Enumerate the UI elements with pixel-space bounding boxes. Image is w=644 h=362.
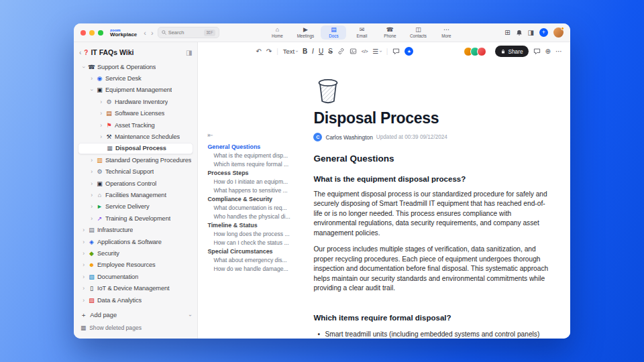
link-icon[interactable] xyxy=(337,48,345,55)
sidebar-item[interactable]: ›▧Documentation xyxy=(78,271,193,282)
share-button[interactable]: Share xyxy=(495,46,528,57)
chevron-icon[interactable]: › xyxy=(81,250,86,257)
toc-section[interactable]: Special Circumstances xyxy=(207,247,300,255)
sidebar-item[interactable]: ›◉Service Desk xyxy=(78,72,193,84)
comment-icon[interactable] xyxy=(392,48,400,55)
redo-icon[interactable]: ↷ xyxy=(266,48,272,55)
panel-toggle-icon[interactable]: ◨ xyxy=(528,29,534,36)
collaborator-avatar[interactable] xyxy=(477,47,486,56)
sidebar-item[interactable]: ›▣Operations Control xyxy=(78,178,193,189)
toc-section[interactable]: General Questions xyxy=(207,142,300,151)
sidebar-back-icon[interactable]: ‹ xyxy=(79,49,81,56)
undo-icon[interactable]: ↶ xyxy=(256,48,261,55)
toc-item[interactable]: How do I initiate an equipm... xyxy=(207,177,300,186)
sidebar-item[interactable]: ›▨Data & Analytics xyxy=(78,294,193,306)
toc-item[interactable]: How long does the process ... xyxy=(207,229,300,238)
page-emoji-trash-icon[interactable] xyxy=(313,75,553,105)
sidebar-item[interactable]: ›⚙Hardware Inventory xyxy=(78,96,193,107)
close-button[interactable] xyxy=(80,30,86,36)
sidebar-item[interactable]: ›▣Equipment Management xyxy=(78,84,193,96)
chevron-icon[interactable]: › xyxy=(81,274,86,280)
nav-home[interactable]: ⌂Home xyxy=(264,25,290,40)
chevron-icon[interactable]: › xyxy=(81,227,86,233)
globe-icon[interactable]: ⊕ xyxy=(545,48,551,55)
sidebar-item[interactable]: ›◈Applications & Software xyxy=(78,236,193,247)
nav-more[interactable]: ⋯More xyxy=(433,25,459,40)
more-options-icon[interactable]: ⋯ xyxy=(555,48,562,55)
forward-icon[interactable]: › xyxy=(151,29,154,37)
toc-item[interactable]: What is the equipment disp... xyxy=(207,151,300,160)
ai-companion-button[interactable]: ★ xyxy=(405,47,413,56)
sidebar-item[interactable]: ›►Service Delivery xyxy=(78,201,193,213)
chevron-icon[interactable]: › xyxy=(81,297,86,304)
toc-item[interactable]: What about emergency dis... xyxy=(207,255,300,264)
chevron-icon[interactable]: › xyxy=(99,122,103,129)
text-style-dropdown[interactable]: Text› xyxy=(283,48,298,55)
nav-meetings[interactable]: ▶Meetings xyxy=(292,25,318,40)
italic-button[interactable]: I xyxy=(312,48,314,55)
apps-grid-icon[interactable]: ⊞ xyxy=(504,29,510,36)
chevron-icon[interactable]: › xyxy=(89,157,94,164)
toc-item[interactable]: How do we handle damage... xyxy=(207,264,300,273)
chevron-icon[interactable]: › xyxy=(89,203,94,210)
search-input[interactable] xyxy=(168,29,197,36)
bold-button[interactable]: B xyxy=(303,48,307,55)
add-new-button[interactable]: + xyxy=(539,28,548,37)
chevron-icon[interactable]: › xyxy=(89,168,94,175)
add-page-button[interactable]: ＋ Add page › xyxy=(78,310,193,320)
sidebar-item[interactable]: ›▯IoT & Device Management xyxy=(78,282,193,294)
sidebar-item[interactable]: ›◆Security xyxy=(78,247,193,259)
image-icon[interactable] xyxy=(350,48,357,55)
chat-bubble-icon[interactable] xyxy=(533,48,541,55)
chevron-icon[interactable]: › xyxy=(81,261,86,268)
chevron-icon[interactable]: › xyxy=(99,133,103,140)
toc-section[interactable]: Timeline & Status xyxy=(207,221,300,229)
chevron-icon[interactable]: › xyxy=(89,215,94,222)
chevron-icon[interactable]: › xyxy=(89,88,95,93)
show-deleted-pages-button[interactable]: ▦ Show deleted pages xyxy=(78,322,193,333)
maximize-button[interactable] xyxy=(98,30,103,36)
sidebar-item[interactable]: ›⚙Technical Support xyxy=(78,166,193,178)
toc-section[interactable]: Compliance & Security xyxy=(207,194,300,203)
chevron-icon[interactable]: › xyxy=(81,239,86,245)
chevron-icon[interactable]: › xyxy=(80,64,87,69)
toc-item[interactable]: How can I check the status ... xyxy=(207,238,300,247)
sidebar-item[interactable]: ›☻Employee Resources xyxy=(78,259,193,271)
toc-item[interactable]: Who handles the physical di... xyxy=(207,212,300,221)
sidebar-item[interactable]: ›▤Infrastructure xyxy=(78,224,193,235)
toc-item[interactable]: What documentation is req... xyxy=(207,203,300,212)
list-format-dropdown[interactable]: ☰› xyxy=(372,48,382,55)
code-icon[interactable]: </> xyxy=(362,49,368,54)
sidebar-item[interactable]: ›⌂Facilities Management xyxy=(78,189,193,200)
chevron-icon[interactable]: › xyxy=(89,180,94,187)
chevron-icon[interactable]: › xyxy=(81,285,86,292)
chevron-icon[interactable]: › xyxy=(89,75,94,82)
sidebar-item[interactable]: ›▤Software Licenses xyxy=(78,108,193,119)
global-search[interactable]: ⌘F xyxy=(158,27,219,38)
nav-email[interactable]: ✉Email xyxy=(349,25,374,40)
underline-button[interactable]: U xyxy=(319,48,323,55)
user-avatar[interactable] xyxy=(553,27,564,38)
sidebar-item[interactable]: ›▥Standard Operating Procedures xyxy=(78,154,193,166)
back-icon[interactable]: ‹ xyxy=(144,29,146,37)
minimize-button[interactable] xyxy=(89,30,95,36)
chevron-icon[interactable]: › xyxy=(89,192,94,198)
sidebar-item[interactable]: ›⚒Maintenance Schedules xyxy=(78,131,193,142)
nav-phone[interactable]: ☎Phone xyxy=(377,25,402,40)
sidebar-item[interactable]: ›↗Training & Development xyxy=(78,213,193,224)
nav-docs[interactable]: ▤Docs xyxy=(321,25,346,40)
chevron-icon[interactable]: › xyxy=(99,110,103,117)
sidebar-collapse-icon[interactable]: ◨ xyxy=(186,49,192,56)
toc-section[interactable]: Process Steps xyxy=(207,168,300,177)
titlebar[interactable]: zoom Workplace ‹ › ⌘F ⌂Home▶Meetings▤Doc… xyxy=(74,23,570,42)
chevron-icon[interactable]: › xyxy=(99,99,103,105)
strikethrough-button[interactable]: S xyxy=(328,48,333,55)
notifications-bell-icon[interactable] xyxy=(516,29,523,36)
sidebar-item[interactable]: ›⚑Asset Tracking xyxy=(78,119,193,131)
toc-item[interactable]: Which items require formal ... xyxy=(207,160,300,168)
sidebar-item[interactable]: ▦Disposal Process xyxy=(78,143,193,154)
sidebar-item[interactable]: ›☎Support & Operations xyxy=(78,61,193,72)
nav-contacts[interactable]: ◫Contacts xyxy=(405,25,431,40)
collapse-outline-icon[interactable]: ⇤ xyxy=(207,131,300,142)
toc-item[interactable]: What happens to sensitive ... xyxy=(207,186,300,194)
